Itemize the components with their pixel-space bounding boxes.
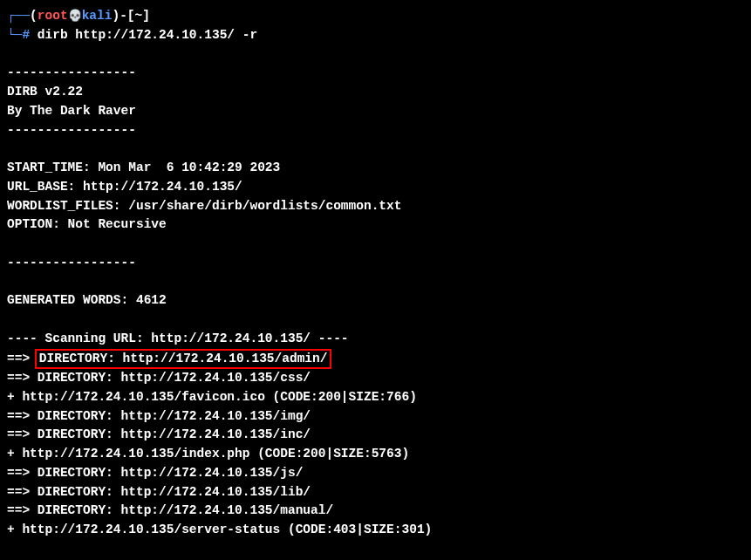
result-line-index: + http://172.24.10.135/index.php (CODE:2… (7, 445, 744, 464)
generated-words: GENERATED WORDS: 4612 (7, 291, 744, 311)
start-time: START_TIME: Mon Mar 6 10:42:29 2023 (7, 159, 744, 178)
blank-line (7, 140, 744, 159)
highlighted-directory: DIRECTORY: http://172.24.10.135/admin/ (35, 349, 332, 370)
prompt-line-2: └─# dirb http://172.24.10.135/ -r (7, 26, 744, 45)
prompt-close-paren: ) (112, 9, 119, 23)
scanning-url: ---- Scanning URL: http://172.24.10.135/… (7, 330, 744, 349)
prompt-corner-top: ┌── (7, 9, 30, 23)
prompt-open-paren: ( (30, 9, 38, 23)
result-line-js: ==> DIRECTORY: http://172.24.10.135/js/ (7, 464, 744, 483)
blank-line (7, 311, 744, 330)
result-line-favicon: + http://172.24.10.135/favicon.ico (CODE… (7, 388, 744, 407)
result-line-admin: ==> DIRECTORY: http://172.24.10.135/admi… (7, 349, 744, 370)
blank-line (7, 235, 744, 254)
result-line-img: ==> DIRECTORY: http://172.24.10.135/img/ (7, 407, 744, 427)
prompt-path: ~ (135, 9, 143, 23)
prompt-host: kali (82, 9, 113, 23)
prompt-hash: # (22, 28, 30, 42)
prompt-close-bracket: ] (142, 9, 150, 23)
dirb-author: By The Dark Raver (7, 102, 744, 121)
result-line-manual: ==> DIRECTORY: http://172.24.10.135/manu… (7, 502, 744, 521)
url-base: URL_BASE: http://172.24.10.135/ (7, 178, 744, 197)
prompt-user: root (38, 9, 68, 23)
result-prefix: ==> (7, 352, 38, 365)
prompt-corner-bottom: └─ (7, 28, 22, 42)
result-line-lib: ==> DIRECTORY: http://172.24.10.135/lib/ (7, 483, 744, 502)
separator: ----------------- (7, 121, 744, 140)
skull-icon: 💀 (68, 10, 82, 23)
dirb-version: DIRB v2.22 (7, 83, 744, 102)
separator: ----------------- (7, 64, 744, 83)
result-line-inc: ==> DIRECTORY: http://172.24.10.135/inc/ (7, 426, 744, 445)
result-line-css: ==> DIRECTORY: http://172.24.10.135/css/ (7, 369, 744, 388)
blank-line (7, 45, 744, 65)
prompt-line-1: ┌──(root💀kali)-[~] (7, 7, 744, 26)
prompt-dash: - (119, 9, 127, 23)
prompt-open-bracket: [ (127, 9, 135, 23)
command-text[interactable]: dirb http://172.24.10.135/ -r (38, 28, 257, 42)
result-line-server-status: + http://172.24.10.135/server-status (CO… (7, 521, 744, 540)
wordlist-files: WORDLIST_FILES: /usr/share/dirb/wordlist… (7, 197, 744, 216)
separator: ----------------- (7, 254, 744, 273)
option: OPTION: Not Recursive (7, 215, 744, 235)
blank-line (7, 273, 744, 292)
terminal-output: ┌──(root💀kali)-[~] └─# dirb http://172.2… (7, 7, 744, 540)
